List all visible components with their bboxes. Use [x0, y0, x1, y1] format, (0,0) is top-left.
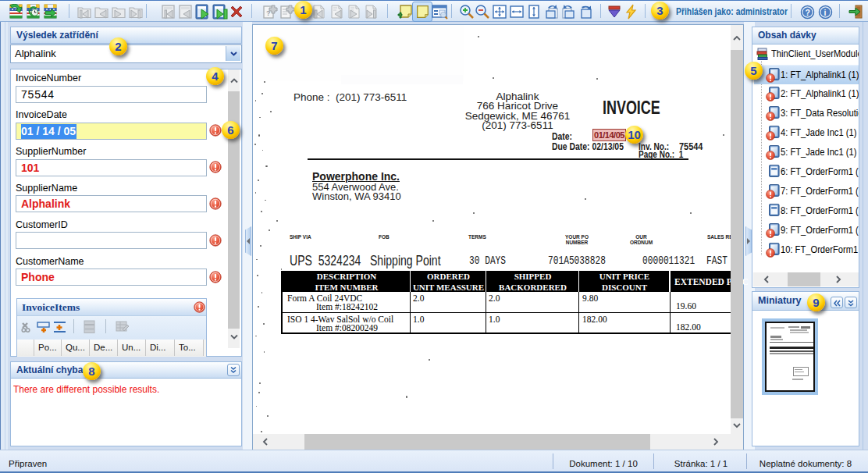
- svg-text:i: i: [824, 7, 826, 16]
- svg-text:?: ?: [805, 7, 809, 16]
